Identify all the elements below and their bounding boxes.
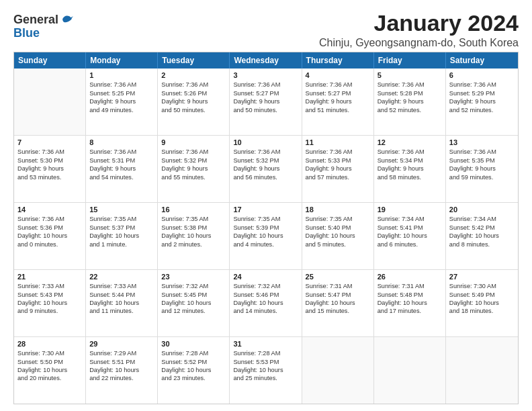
cell-info-line: Sunset: 5:35 PM xyxy=(449,156,515,165)
day-number: 22 xyxy=(89,273,154,281)
calendar-week-2: 14Sunrise: 7:36 AMSunset: 5:36 PMDayligh… xyxy=(14,203,518,270)
cell-info-line: and 12 minutes. xyxy=(161,307,226,315)
day-number: 21 xyxy=(17,273,82,281)
calendar-cell: 11Sunrise: 7:36 AMSunset: 5:33 PMDayligh… xyxy=(302,136,374,202)
day-number: 12 xyxy=(378,138,442,146)
cell-info-line: and 14 minutes. xyxy=(233,307,298,315)
cell-info-line: Sunrise: 7:36 AM xyxy=(89,81,154,89)
cell-info-line: Sunset: 5:32 PM xyxy=(161,156,226,165)
cell-info-line: Sunset: 5:27 PM xyxy=(233,89,298,97)
cell-info-line: Sunset: 5:45 PM xyxy=(161,291,226,299)
cell-info-line: Sunrise: 7:35 AM xyxy=(161,215,226,223)
cell-info-line: Daylight: 10 hours xyxy=(17,232,82,240)
calendar-cell: 8Sunrise: 7:36 AMSunset: 5:31 PMDaylight… xyxy=(86,136,158,202)
cell-info-line: and 59 minutes. xyxy=(449,173,515,181)
cell-info-line: Sunrise: 7:36 AM xyxy=(89,148,154,156)
day-number: 9 xyxy=(161,138,226,146)
header-day-wednesday: Wednesday xyxy=(230,52,302,68)
day-number: 15 xyxy=(89,205,154,214)
cell-info-line: Sunrise: 7:30 AM xyxy=(17,349,82,357)
cell-info-line: Sunrise: 7:29 AM xyxy=(89,349,154,357)
cell-info-line: and 57 minutes. xyxy=(306,173,370,181)
cell-info-line: Sunset: 5:27 PM xyxy=(306,89,370,97)
day-number: 31 xyxy=(233,340,298,348)
cell-info-line: Sunset: 5:33 PM xyxy=(306,156,370,165)
calendar-cell: 21Sunrise: 7:33 AMSunset: 5:43 PMDayligh… xyxy=(14,270,86,336)
day-number: 18 xyxy=(306,205,370,214)
header-day-tuesday: Tuesday xyxy=(158,52,230,68)
cell-info-line: Daylight: 10 hours xyxy=(233,299,298,307)
cell-info-line: Sunrise: 7:33 AM xyxy=(89,282,154,290)
cell-info-line: and 56 minutes. xyxy=(233,173,298,181)
calendar: SundayMondayTuesdayWednesdayThursdayFrid… xyxy=(13,52,519,404)
cell-info-line: Daylight: 9 hours xyxy=(233,165,298,173)
logo: General Blue xyxy=(13,13,73,40)
calendar-week-4: 28Sunrise: 7:30 AMSunset: 5:50 PMDayligh… xyxy=(14,337,518,404)
calendar-cell: 26Sunrise: 7:31 AMSunset: 5:48 PMDayligh… xyxy=(374,270,446,336)
cell-info-line: and 20 minutes. xyxy=(17,374,82,382)
cell-info-line: Sunset: 5:36 PM xyxy=(17,224,82,232)
cell-info-line: Daylight: 10 hours xyxy=(89,366,154,374)
cell-info-line: and 1 minute. xyxy=(89,240,154,248)
cell-info-line: Daylight: 9 hours xyxy=(306,97,370,105)
cell-info-line: and 51 minutes. xyxy=(306,106,370,114)
cell-info-line: Daylight: 9 hours xyxy=(378,97,442,105)
cell-info-line: and 11 minutes. xyxy=(89,307,154,315)
cell-info-line: Sunset: 5:44 PM xyxy=(89,291,154,299)
cell-info-line: Sunrise: 7:36 AM xyxy=(306,81,370,89)
day-number: 17 xyxy=(233,205,298,214)
day-number: 20 xyxy=(449,205,515,214)
cell-info-line: Daylight: 10 hours xyxy=(306,299,370,307)
cell-info-line: Daylight: 9 hours xyxy=(161,97,226,105)
cell-info-line: Daylight: 9 hours xyxy=(378,165,442,173)
cell-info-line: Sunset: 5:32 PM xyxy=(233,156,298,165)
header: General Blue January 2024 Chinju, Gyeong… xyxy=(13,11,519,49)
calendar-cell: 13Sunrise: 7:36 AMSunset: 5:35 PMDayligh… xyxy=(446,136,518,202)
cell-info-line: and 25 minutes. xyxy=(233,374,298,382)
page: General Blue January 2024 Chinju, Gyeong… xyxy=(0,0,532,411)
main-title: January 2024 xyxy=(319,11,519,36)
cell-info-line: Sunset: 5:38 PM xyxy=(161,224,226,232)
cell-info-line: Sunset: 5:26 PM xyxy=(161,89,226,97)
cell-info-line: and 55 minutes. xyxy=(161,173,226,181)
calendar-cell: 12Sunrise: 7:36 AMSunset: 5:34 PMDayligh… xyxy=(374,136,446,202)
header-day-friday: Friday xyxy=(374,52,446,68)
day-number: 28 xyxy=(17,340,82,348)
cell-info-line: Sunrise: 7:31 AM xyxy=(306,282,370,290)
cell-info-line: Sunrise: 7:35 AM xyxy=(306,215,370,223)
title-block: January 2024 Chinju, Gyeongsangnam-do, S… xyxy=(319,11,519,49)
cell-info-line: and 2 minutes. xyxy=(161,240,226,248)
cell-info-line: Sunrise: 7:30 AM xyxy=(449,282,515,290)
day-number: 10 xyxy=(233,138,298,146)
cell-info-line: Sunrise: 7:28 AM xyxy=(161,349,226,357)
day-number: 8 xyxy=(89,138,154,146)
calendar-cell: 19Sunrise: 7:34 AMSunset: 5:41 PMDayligh… xyxy=(374,203,446,269)
logo-bird-icon xyxy=(60,13,73,27)
cell-info-line: Sunrise: 7:36 AM xyxy=(378,81,442,89)
calendar-cell: 22Sunrise: 7:33 AMSunset: 5:44 PMDayligh… xyxy=(86,270,158,336)
cell-info-line: Daylight: 9 hours xyxy=(306,165,370,173)
cell-info-line: Sunset: 5:49 PM xyxy=(449,291,515,299)
calendar-header: SundayMondayTuesdayWednesdayThursdayFrid… xyxy=(14,52,518,68)
cell-info-line: and 18 minutes. xyxy=(449,307,515,315)
day-number: 23 xyxy=(161,273,226,281)
cell-info-line: and 52 minutes. xyxy=(378,106,442,114)
cell-info-line: and 9 minutes. xyxy=(17,307,82,315)
calendar-cell: 28Sunrise: 7:30 AMSunset: 5:50 PMDayligh… xyxy=(14,337,86,404)
header-day-monday: Monday xyxy=(86,52,158,68)
cell-info-line: Daylight: 9 hours xyxy=(233,97,298,105)
day-number: 26 xyxy=(378,273,442,281)
calendar-cell: 5Sunrise: 7:36 AMSunset: 5:28 PMDaylight… xyxy=(374,68,446,135)
day-number: 25 xyxy=(306,273,370,281)
cell-info-line: Daylight: 9 hours xyxy=(17,165,82,173)
calendar-cell: 16Sunrise: 7:35 AMSunset: 5:38 PMDayligh… xyxy=(158,203,230,269)
calendar-cell: 24Sunrise: 7:32 AMSunset: 5:46 PMDayligh… xyxy=(230,270,302,336)
cell-info-line: and 17 minutes. xyxy=(378,307,442,315)
cell-info-line: Sunrise: 7:36 AM xyxy=(378,148,442,156)
calendar-body: 1Sunrise: 7:36 AMSunset: 5:25 PMDaylight… xyxy=(14,68,518,404)
cell-info-line: Sunrise: 7:33 AM xyxy=(17,282,82,290)
cell-info-line: Daylight: 10 hours xyxy=(449,232,515,240)
calendar-cell: 23Sunrise: 7:32 AMSunset: 5:45 PMDayligh… xyxy=(158,270,230,336)
day-number: 1 xyxy=(89,71,154,79)
subtitle: Chinju, Gyeongsangnam-do, South Korea xyxy=(319,37,519,49)
